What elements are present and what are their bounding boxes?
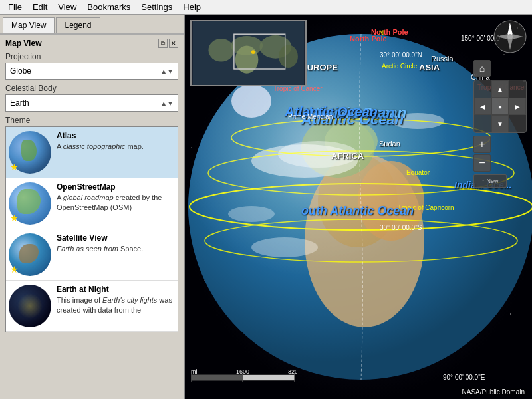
projection-value: Globe	[10, 66, 31, 76]
pan-down-btn[interactable]: ▼	[491, 115, 509, 132]
svg-point-38	[279, 45, 298, 68]
empty-4	[509, 115, 526, 132]
menu-help[interactable]: Help	[178, 1, 206, 13]
zoom-in-btn[interactable]: +	[473, 136, 491, 153]
theme-desc-atlas: A classic topographic map.	[57, 142, 175, 152]
theme-info-night: Earth at NightThis image of Earth's city…	[57, 285, 175, 327]
pan-controls: ▲ ◀ ● ▶ ▼	[473, 80, 527, 133]
pan-center-btn[interactable]: ●	[491, 98, 509, 115]
empty-3	[474, 115, 491, 132]
new-button[interactable]: ↑ New	[473, 174, 507, 188]
menu-file[interactable]: File	[3, 1, 27, 13]
theme-title-satellite: Satellite View	[57, 233, 175, 243]
celestial-body-select[interactable]: Earth ▲▼	[5, 94, 178, 112]
overview-map	[190, 20, 307, 86]
globe-image-night	[9, 285, 51, 327]
map-view-header: Map View ⧉ ✕	[5, 39, 178, 48]
theme-star-satellite: ★	[10, 264, 19, 275]
attribution-text: NASA/Public Domain	[460, 388, 527, 396]
compass: N	[493, 20, 527, 53]
panel-content: Map View ⧉ ✕ Projection Globe ▲▼ Celesti…	[0, 35, 184, 399]
tab-bar: Map View Legend	[0, 15, 184, 35]
theme-desc-osm: A global roadmap created by the OpenStre…	[57, 193, 175, 213]
svg-point-8	[191, 147, 192, 148]
window-restore-btn[interactable]: ⧉	[158, 39, 168, 48]
scale-bar: 0 mi 1600 3200	[190, 367, 297, 386]
theme-item-satellite[interactable]: ★Satellite ViewEarth as seen from Space.	[6, 229, 178, 281]
nav-buttons: ⌂ ▲ ◀ ● ▶ ▼ + − ↑ New	[473, 60, 527, 188]
celestial-body-label: Celestial Body	[5, 84, 178, 93]
home-button[interactable]: ⌂	[473, 60, 491, 77]
svg-text:N: N	[509, 23, 511, 27]
window-close-btn[interactable]: ✕	[169, 39, 178, 48]
main-layout: Map View Legend Map View ⧉ ✕ Projection …	[0, 15, 532, 399]
empty-2	[509, 80, 526, 98]
map-view-label: Map View	[5, 39, 41, 48]
svg-text:0 mi: 0 mi	[190, 368, 198, 375]
theme-desc-satellite: Earth as seen from Space.	[57, 244, 175, 254]
theme-star-osm: ★	[10, 213, 19, 223]
theme-item-osm[interactable]: ★OpenStreetMapA global roadmap created b…	[6, 178, 178, 229]
projection-arrow: ▲▼	[160, 68, 174, 75]
menu-edit[interactable]: Edit	[27, 1, 53, 13]
theme-title-osm: OpenStreetMap	[57, 182, 175, 192]
svg-point-46	[507, 34, 513, 39]
zoom-out-btn[interactable]: −	[473, 154, 491, 172]
theme-thumb-atlas: ★	[9, 131, 51, 174]
svg-rect-49	[192, 375, 243, 380]
empty-1	[474, 80, 491, 98]
tab-map-view[interactable]: Map View	[3, 17, 55, 33]
pan-up-btn[interactable]: ▲	[491, 80, 509, 98]
theme-star-atlas: ★	[10, 162, 19, 172]
celestial-body-arrow: ▲▼	[160, 100, 174, 107]
menu-bookmarks[interactable]: Bookmarks	[82, 1, 136, 13]
map-area[interactable]: Atlantic Ocean tlantic Ocean Atlantic Oc…	[185, 15, 532, 399]
theme-item-atlas[interactable]: ★AtlasA classic topographic map.	[6, 127, 178, 178]
projection-label: Projection	[5, 52, 178, 61]
pan-left-btn[interactable]: ◀	[474, 98, 491, 115]
svg-point-11	[510, 313, 511, 315]
menubar: File Edit View Bookmarks Settings Help	[0, 0, 532, 15]
svg-point-34	[209, 39, 234, 62]
svg-text:1600: 1600	[236, 368, 249, 375]
pan-right-btn[interactable]: ▶	[509, 98, 526, 115]
theme-desc-night: This image of Earth's city lights was cr…	[57, 295, 175, 316]
theme-item-night[interactable]: Earth at NightThis image of Earth's city…	[6, 281, 178, 332]
celestial-body-value: Earth	[10, 98, 29, 108]
theme-thumb-osm: ★	[9, 182, 51, 225]
theme-title-atlas: Atlas	[57, 131, 175, 140]
theme-label: Theme	[5, 116, 178, 125]
theme-info-atlas: AtlasA classic topographic map.	[57, 131, 175, 174]
zoom-controls: + −	[473, 136, 527, 172]
projection-select[interactable]: Globe ▲▼	[5, 63, 178, 80]
theme-info-satellite: Satellite ViewEarth as seen from Space.	[57, 233, 175, 276]
theme-thumb-night	[9, 285, 51, 327]
theme-list: ★AtlasA classic topographic map.★OpenStr…	[5, 126, 178, 332]
svg-rect-50	[243, 375, 295, 380]
menu-view[interactable]: View	[53, 1, 82, 13]
menu-settings[interactable]: Settings	[136, 1, 178, 13]
tab-legend[interactable]: Legend	[56, 17, 100, 33]
theme-title-night: Earth at Night	[57, 285, 175, 294]
theme-thumb-satellite: ★	[9, 233, 51, 276]
theme-info-osm: OpenStreetMapA global roadmap created by…	[57, 182, 175, 225]
svg-text:3200: 3200	[288, 368, 297, 375]
window-controls: ⧉ ✕	[158, 39, 178, 48]
left-panel: Map View Legend Map View ⧉ ✕ Projection …	[0, 15, 185, 399]
svg-point-40	[251, 50, 255, 54]
svg-point-6	[503, 54, 505, 55]
